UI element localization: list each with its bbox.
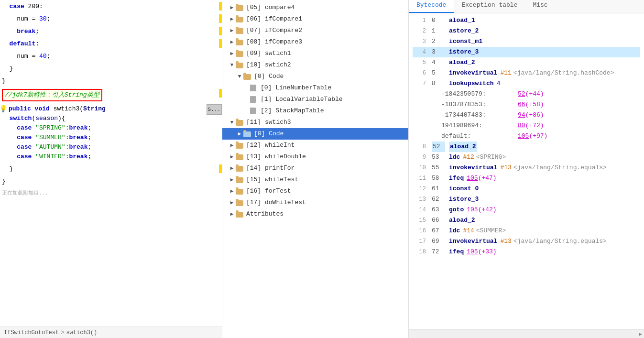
folder-icon xyxy=(243,131,252,137)
bc-row: 9 53 ldc #12 <SPRING> xyxy=(413,152,640,163)
bc-switch-case: -1837878353: 66 (+58) xyxy=(441,99,640,110)
bc-row: 17 69 invokevirtual #13 <java/lang/Strin… xyxy=(413,236,640,247)
bc-row: 18 72 ifeq 105 (+33) xyxy=(413,247,640,257)
code-editor: case 200: num = 30; break; default xyxy=(0,0,222,338)
tree-item-whileDouble[interactable]: ▶ [13] whileDouble xyxy=(222,151,408,163)
tree-arrow: ▶ xyxy=(228,25,236,36)
folder-icon xyxy=(236,188,244,195)
folder-icon xyxy=(236,39,244,45)
code-content: case 200: num = 30; break; default xyxy=(0,0,222,327)
bc-row: 2 1 astore_2 xyxy=(413,26,640,36)
folder-icon xyxy=(236,4,244,11)
tree-item-whileTest[interactable]: ▶ [15] whileTest xyxy=(222,174,408,185)
breadcrumb: IfSwitchGotoTest > swtich3() xyxy=(0,327,222,338)
tree-arrow: ▶ xyxy=(228,140,236,151)
folder-icon xyxy=(236,16,244,22)
code-line: } xyxy=(0,164,222,174)
folder-icon xyxy=(236,27,244,34)
bc-switch-default: default: 105 (+97) xyxy=(441,131,640,142)
code-line: case "SPRING":break; xyxy=(0,123,222,133)
tree-arrow: ▶ xyxy=(228,163,236,174)
tree-arrow: ▶ xyxy=(228,197,236,208)
code-line-method: 💡 public void swtich3(String S... xyxy=(0,104,222,114)
bc-row: 13 62 istore_3 xyxy=(413,194,640,205)
main-container: case 200: num = 30; break; default xyxy=(0,0,644,338)
bc-row: 14 63 goto 105 (+42) xyxy=(413,205,640,215)
folder-icon xyxy=(236,142,244,149)
tree-item-swtich2-code[interactable]: ▼ [0] Code xyxy=(222,71,408,82)
bc-row: 3 2 iconst_m1 xyxy=(413,36,640,47)
tab-bytecode[interactable]: Bytecode xyxy=(409,0,454,13)
folder-icon xyxy=(236,199,244,206)
bytecode-panel: Bytecode Exception table Misc 1 0 aload_… xyxy=(409,0,644,338)
code-line: case "SUMMER":break; xyxy=(0,133,222,142)
tab-exception-table[interactable]: Exception table xyxy=(454,0,525,13)
code-line: case 200: xyxy=(0,2,222,11)
tree-item-swtich1[interactable]: ▶ [09] swtich1 xyxy=(222,48,408,59)
bc-row: 8 52 aload_2 xyxy=(413,142,640,152)
tree-item-ifCompare1[interactable]: ▶ [06] ifCompare1 xyxy=(222,13,408,25)
scroll-bar-bottom[interactable]: ▶ xyxy=(409,329,644,338)
bc-row: 16 67 ldc #14 <SUMMER> xyxy=(413,226,640,236)
tree-arrow: ▶ xyxy=(228,14,236,24)
tree-arrow: ▶ xyxy=(228,152,236,162)
folder-icon xyxy=(236,153,244,160)
tab-misc[interactable]: Misc xyxy=(525,0,555,13)
tree-item-doWhileTest[interactable]: ▶ [17] doWhileTest xyxy=(222,197,408,208)
code-line: } xyxy=(0,64,222,74)
bc-row: 15 66 aload_2 xyxy=(413,215,640,226)
bc-row: 1 0 aload_1 xyxy=(413,15,640,26)
code-line: num = 40; xyxy=(0,52,222,61)
folder-icon xyxy=(236,176,244,183)
tree-item-compare4[interactable]: ▶ [05] compare4 xyxy=(222,2,408,13)
tree-arrow: ▶ xyxy=(228,2,236,13)
breadcrumb-separator: > xyxy=(61,329,64,336)
tree-arrow: ▶ xyxy=(228,37,236,47)
file-icon xyxy=(250,85,259,91)
tree-content: ▶ [05] compare4 ▶ [06] ifCompare1 ▶ [07]… xyxy=(222,0,408,338)
tree-arrow: ▼ xyxy=(228,60,236,70)
tree-item-ifCompare2[interactable]: ▶ [07] ifCompare2 xyxy=(222,25,408,36)
bc-row: 11 58 ifeq 105 (+47) xyxy=(413,173,640,184)
tabs-bar: Bytecode Exception table Misc xyxy=(409,0,644,13)
bc-row-highlight: 4 3 istore_3 xyxy=(413,47,640,57)
tree-item-stackmaptable[interactable]: [2] StackMapTable xyxy=(222,105,408,117)
code-line: } xyxy=(0,76,222,86)
tree-item-ifCompare3[interactable]: ▶ [08] ifCompare3 xyxy=(222,36,408,48)
file-icon xyxy=(250,108,259,114)
tree-item-forTest[interactable]: ▶ [16] forTest xyxy=(222,185,408,197)
tree-item-whileInt[interactable]: ▶ [12] whileInt xyxy=(222,140,408,151)
code-line: default: xyxy=(0,39,222,49)
tree-item-printFor[interactable]: ▶ [14] printFor xyxy=(222,163,408,174)
bc-row: 10 55 invokevirtual #13 <java/lang/Strin… xyxy=(413,163,640,173)
tree-item-swtich2[interactable]: ▼ [10] swtich2 xyxy=(222,59,408,71)
tree-arrow: ▼ xyxy=(228,117,236,128)
folder-icon xyxy=(236,165,244,172)
tree-item-localvariabletable[interactable]: [1] LocalVariableTable xyxy=(222,94,408,105)
folder-icon xyxy=(236,119,244,126)
bc-row: 12 61 iconst_0 xyxy=(413,184,640,194)
tree-item-linenumbertable[interactable]: [0] LineNumberTable xyxy=(222,82,408,94)
code-line: } xyxy=(0,177,222,186)
tree-arrow: ▶ xyxy=(228,48,236,59)
folder-icon xyxy=(236,62,244,68)
code-line-comment-highlight: //jdk7新特性：引入String类型 xyxy=(0,89,222,101)
tree-arrow: ▼ xyxy=(236,71,243,82)
folder-icon xyxy=(236,211,244,218)
tree-arrow: ▶ xyxy=(228,209,236,219)
tree-item-swtich3-code[interactable]: ▶ [0] Code xyxy=(222,128,408,140)
bc-row: 5 4 aload_2 xyxy=(413,57,640,68)
tree-item-swtich3[interactable]: ▼ [11] swtich3 xyxy=(222,117,408,128)
scroll-right-btn[interactable]: ▶ xyxy=(639,331,642,337)
file-icon xyxy=(250,96,259,103)
bc-row: 7 8 lookupswitch 4 xyxy=(413,78,640,89)
code-line: break; xyxy=(0,27,222,36)
code-line: case "WINTER":break; xyxy=(0,152,222,162)
tree-item-attributes[interactable]: ▶ Attributes xyxy=(222,208,408,220)
tree-arrow: ▶ xyxy=(236,129,243,139)
file-tree-panel: ▶ [05] compare4 ▶ [06] ifCompare1 ▶ [07]… xyxy=(222,0,409,338)
bc-switch-case: 1941980694: 80 (+72) xyxy=(441,120,640,131)
tree-arrow: ▶ xyxy=(228,186,236,196)
breadcrumb-method: swtich3() xyxy=(66,329,97,336)
lightbulb-icon: 💡 xyxy=(0,104,7,114)
